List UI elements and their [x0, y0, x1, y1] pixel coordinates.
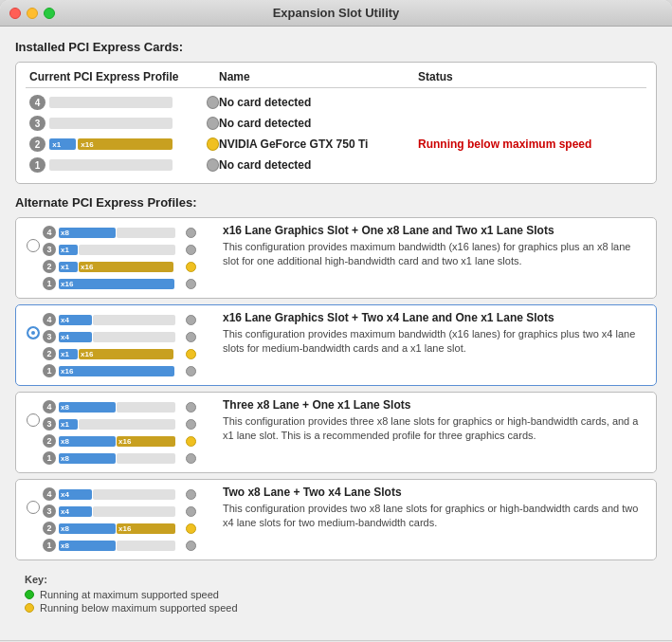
mini-slot-num: 4 [43, 400, 56, 413]
slot-number: 2 [29, 137, 45, 152]
yellow-dot-icon [25, 603, 34, 613]
mini-slot-num: 1 [43, 451, 56, 465]
col-name-header: Name [219, 70, 418, 83]
profile-desc: This configuration provides two x8 lane … [223, 502, 648, 531]
profile-option-2[interactable]: 4 x4 3 x4 [15, 304, 657, 386]
mini-slot-row: 4 x4 [43, 486, 213, 503]
slot-name: No card detected [219, 96, 418, 109]
profile-option-1[interactable]: 4 x8 3 x1 [15, 217, 657, 299]
maximize-button[interactable] [44, 8, 55, 19]
profile-desc-col: Three x8 Lane + One x1 Lane Slots This c… [223, 398, 648, 444]
mini-bar-x16: x16 [117, 523, 175, 534]
profile-radio-4[interactable] [27, 501, 40, 514]
slot-profile-col: 1 [29, 157, 219, 173]
window-title: Expansion Slot Utility [273, 6, 400, 20]
mini-bar-x16: x16 [117, 436, 175, 447]
traffic-lights [9, 8, 55, 19]
key-label: Key: [25, 574, 47, 585]
mini-bar-x4: x4 [59, 506, 92, 517]
mini-bar-wrap: x16 [59, 278, 182, 289]
slot-number: 1 [29, 157, 45, 173]
slot-indicator [207, 117, 220, 130]
profile-radio-2[interactable] [27, 326, 40, 339]
mini-indicator [186, 436, 196, 447]
profile-title: Three x8 Lane + One x1 Lane Slots [223, 398, 648, 412]
mini-slot-num: 2 [43, 260, 56, 273]
table-row: 2 x1 x16 NVIDIA GeForce GTX 750 Ti Runni… [26, 134, 646, 155]
profile-desc: This configuration provides maximum band… [223, 327, 648, 357]
key-item-green: Running at maximum supported speed [25, 589, 647, 600]
slot-name: No card detected [219, 158, 418, 172]
key-item-yellow: Running below maximum supported speed [25, 602, 647, 614]
mini-slot-row: 3 x4 [43, 328, 213, 345]
profile-title: x16 Lane Graphics Slot + Two x4 Lane and… [223, 311, 648, 324]
titlebar: Expansion Slot Utility [0, 0, 672, 27]
mini-bar-wrap: x4 [59, 331, 182, 342]
mini-bar-wrap: x8 [59, 401, 182, 413]
mini-slot-num: 3 [43, 504, 56, 518]
slot-number: 4 [29, 95, 45, 110]
mini-bar-wrap: x8 [59, 452, 182, 464]
profile-option-4[interactable]: 4 x4 3 x4 [15, 479, 657, 560]
slot-bar-container [49, 117, 194, 130]
mini-slot-num: 1 [43, 364, 56, 377]
mini-slot-row: 2 x8 x16 [43, 520, 213, 537]
table-row: 1 No card detected [26, 155, 646, 175]
mini-bar-x16: x16 [79, 349, 173, 359]
main-window: Expansion Slot Utility Installed PCI Exp… [0, 0, 672, 642]
mini-bar-x8: x8 [59, 228, 116, 238]
mini-bar-x4: x4 [59, 315, 92, 325]
mini-bar-wrap: x1 [59, 418, 182, 430]
mini-slot-num: 1 [43, 277, 56, 290]
mini-bar-wrap: x4 [59, 505, 182, 517]
close-button[interactable] [9, 8, 21, 19]
mini-bar-x1: x1 [59, 349, 78, 359]
slot-name: NVIDIA GeForce GTX 750 Ti [219, 138, 418, 151]
mini-indicator [186, 228, 196, 238]
mini-bar-x16: x16 [79, 262, 173, 272]
slot-bar-container: x1 x16 [49, 138, 194, 151]
mini-bar-x8: x8 [59, 453, 116, 464]
mini-bar-x1: x1 [59, 262, 78, 272]
mini-bar-wrap: x8 [59, 227, 182, 238]
radio-col [24, 398, 43, 427]
mini-slot-num: 4 [43, 487, 56, 501]
mini-indicator [186, 489, 196, 500]
mini-slot-row: 2 x8 x16 [43, 432, 213, 449]
mini-bar-x8: x8 [59, 436, 116, 447]
slot-bar-container [49, 96, 194, 109]
profile-desc-col: x16 Lane Graphics Slot + One x8 Lane and… [223, 224, 648, 269]
mini-bar-wrap: x1 [59, 244, 182, 255]
mini-bar-wrap: x8 x16 [59, 523, 182, 534]
slot-profile-col: 4 [29, 95, 219, 110]
mini-slot-row: 4 x8 [43, 398, 213, 415]
slots-col: 4 x4 3 x4 [43, 311, 213, 379]
profile-option-3[interactable]: 4 x8 3 x1 [15, 392, 657, 473]
mini-slot-row: 3 x1 [43, 241, 213, 258]
profile-radio-3[interactable] [27, 413, 40, 427]
mini-slot-num: 3 [43, 417, 56, 431]
slots-col: 4 x4 3 x4 [43, 486, 213, 554]
mini-bar-x4: x4 [59, 332, 92, 342]
profile-desc-col: Two x8 Lane + Two x4 Lane Slots This con… [223, 486, 648, 531]
mini-slot-row: 1 x8 [43, 449, 213, 467]
green-dot-icon [25, 590, 34, 599]
profile-title: x16 Lane Graphics Slot + One x8 Lane and… [223, 224, 648, 237]
key-yellow-text: Running below maximum supported speed [40, 602, 238, 614]
profile-radio-1[interactable] [27, 239, 40, 252]
table-row: 4 No card detected [26, 92, 646, 113]
mini-slot-row: 1 x16 [43, 362, 213, 379]
minimize-button[interactable] [27, 8, 38, 19]
mini-indicator [186, 262, 196, 272]
mini-bar-x4: x4 [59, 489, 92, 500]
profile-desc-col: x16 Lane Graphics Slot + Two x4 Lane and… [223, 311, 648, 357]
mini-bar-x1: x1 [59, 419, 78, 430]
profile-desc: This configuration provides three x8 lan… [223, 414, 648, 444]
current-profile-box: Current PCI Express Profile Name Status … [15, 62, 657, 184]
slot-profile-col: 3 [29, 116, 219, 131]
mini-bar-x1: x1 [59, 245, 78, 255]
slot-bar-container [49, 158, 194, 172]
col-profile-header: Current PCI Express Profile [29, 70, 219, 83]
slots-col: 4 x8 3 x1 [43, 398, 213, 467]
mini-bar-wrap: x4 [59, 314, 182, 325]
